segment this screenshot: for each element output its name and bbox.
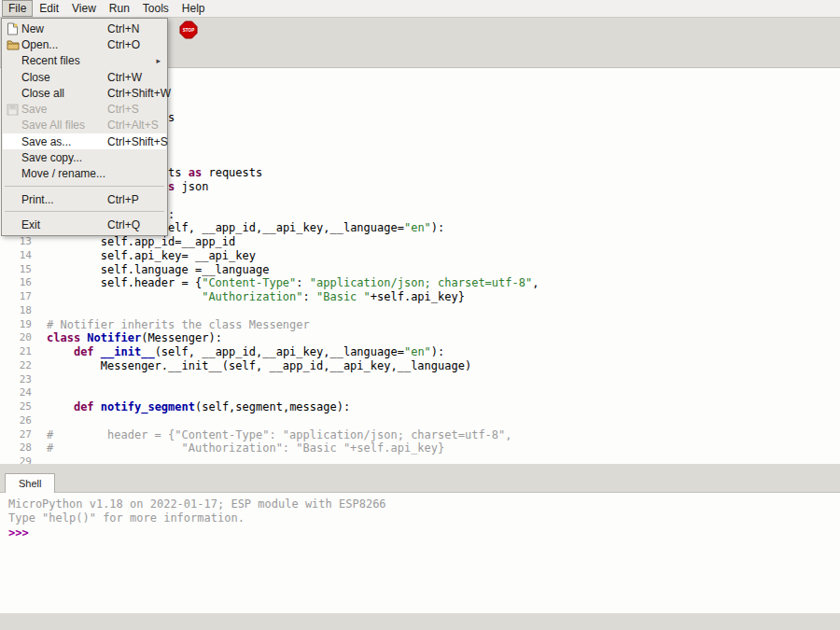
line-number: 24 xyxy=(0,386,32,400)
menu-item-shortcut: Ctrl+Q xyxy=(107,218,140,231)
menu-item-label: Move / rename... xyxy=(21,167,105,180)
code-line[interactable] xyxy=(47,304,539,318)
line-number: 26 xyxy=(0,414,32,428)
code-line[interactable]: # Notifier inherits the class Messenger xyxy=(47,318,539,332)
file-menu-item-close-all[interactable]: Close allCtrl+Shift+W xyxy=(3,85,166,101)
line-number: 21 xyxy=(0,345,32,359)
line-number: 15 xyxy=(0,263,32,277)
shell-output: MicroPython v1.18 on 2022-01-17; ESP mod… xyxy=(8,497,832,540)
code-line[interactable]: class Notifier(Messenger): xyxy=(47,331,539,345)
menu-item-label: New xyxy=(21,22,44,35)
open-folder-icon xyxy=(6,37,20,51)
save-icon xyxy=(6,103,20,117)
code-line[interactable]: # "Authorization": "Basic "+self.api_key… xyxy=(47,441,539,455)
menu-item-label: Print... xyxy=(21,193,54,206)
menubar: FileEditViewRunToolsHelp xyxy=(0,0,840,18)
code-line[interactable]: self.language =__language xyxy=(47,263,539,277)
menu-separator xyxy=(3,182,166,191)
shell-banner-line: Type "help()" for more information. xyxy=(8,511,832,525)
file-menu-item-save-copy[interactable]: Save copy... xyxy=(3,149,166,165)
menu-icon-blank xyxy=(6,119,20,133)
file-menu-item-save-as[interactable]: Save as...Ctrl+Shift+S xyxy=(3,133,166,149)
file-menu-item-new[interactable]: NewCtrl+N xyxy=(3,21,166,36)
file-menu-item-print[interactable]: Print...Ctrl+P xyxy=(3,191,166,207)
code-line[interactable]: Messenger.__init__(self, __app_id,__api_… xyxy=(47,359,539,373)
code-line[interactable]: # header = {"Content-Type": "application… xyxy=(47,428,539,442)
line-number: 14 xyxy=(0,249,32,263)
shell-banner-line: MicroPython v1.18 on 2022-01-17; ESP mod… xyxy=(8,497,832,511)
menubar-item-file[interactable]: File xyxy=(2,0,33,17)
code-line[interactable]: self.header = {"Content-Type": "applicat… xyxy=(47,276,539,290)
line-number: 18 xyxy=(0,304,32,318)
menu-item-shortcut: Ctrl+O xyxy=(107,38,140,51)
shell-panel[interactable]: MicroPython v1.18 on 2022-01-17; ESP mod… xyxy=(0,493,840,613)
menu-icon-blank xyxy=(6,151,20,165)
menu-separator xyxy=(3,207,166,217)
stop-icon: STOP xyxy=(179,21,198,39)
code-line[interactable] xyxy=(47,455,539,464)
menu-icon-blank xyxy=(6,70,20,84)
file-menu-item-exit[interactable]: ExitCtrl+Q xyxy=(3,217,166,232)
file-menu-item-close[interactable]: CloseCtrl+W xyxy=(3,69,166,85)
submenu-arrow-icon: ▸ xyxy=(156,56,161,65)
menu-item-label: Open... xyxy=(21,38,58,51)
menu-item-label: Close all xyxy=(21,87,64,100)
menu-item-label: Save as... xyxy=(21,135,71,148)
menu-item-shortcut: Ctrl+N xyxy=(107,22,139,35)
menu-item-shortcut: Ctrl+W xyxy=(107,71,142,84)
line-number: 27 xyxy=(0,428,32,442)
menubar-item-view[interactable]: View xyxy=(65,0,103,17)
menu-item-label: Save copy... xyxy=(21,151,82,164)
menu-icon-blank xyxy=(6,54,20,68)
menu-item-label: Save All files xyxy=(21,119,85,132)
menu-item-shortcut: Ctrl+Shift+S xyxy=(107,135,168,148)
code-line[interactable] xyxy=(47,386,539,400)
menu-icon-blank xyxy=(6,86,20,100)
menu-item-label: Close xyxy=(21,71,50,84)
menu-icon-blank xyxy=(6,192,20,206)
stop-button[interactable]: STOP xyxy=(178,21,199,41)
menu-item-shortcut: Ctrl+P xyxy=(107,193,139,206)
line-number: 25 xyxy=(0,400,32,414)
file-menu-item-move-rename[interactable]: Move / rename... xyxy=(3,166,166,182)
menu-item-label: Exit xyxy=(21,218,40,231)
shell-tabstrip: Shell xyxy=(0,471,840,493)
menu-icon-blank xyxy=(6,134,20,148)
line-number: 17 xyxy=(0,290,32,304)
code-line[interactable]: def __init__(self, __app_id,__api_key,__… xyxy=(47,345,539,359)
code-line[interactable]: self.app_id=__app_id xyxy=(47,235,539,249)
menu-icon-blank xyxy=(6,167,20,181)
menu-item-shortcut: Ctrl+Alt+S xyxy=(107,119,159,132)
line-number: 29 xyxy=(0,455,32,464)
line-number: 22 xyxy=(0,359,32,373)
line-number: 13 xyxy=(0,235,32,249)
file-menu-item-save-all-files: Save All filesCtrl+Alt+S xyxy=(3,118,166,133)
menu-item-shortcut: Ctrl+S xyxy=(107,103,139,116)
code-line[interactable]: self.api_key= __api_key xyxy=(47,249,539,263)
code-line[interactable]: def notify_segment(self,segment,message)… xyxy=(47,400,539,414)
new-file-icon xyxy=(6,21,20,35)
file-menu: NewCtrl+NOpen...Ctrl+ORecent files▸Close… xyxy=(1,18,168,236)
menubar-item-tools[interactable]: Tools xyxy=(136,0,175,17)
line-number: 20 xyxy=(0,331,32,345)
file-menu-item-open[interactable]: Open...Ctrl+O xyxy=(3,36,166,52)
file-menu-item-recent-files[interactable]: Recent files▸ xyxy=(3,53,166,69)
code-line[interactable]: "Authorization": "Basic "+self.api_key} xyxy=(47,290,539,304)
line-number: 28 xyxy=(0,441,32,455)
menubar-item-help[interactable]: Help xyxy=(175,0,212,17)
file-menu-item-save: SaveCtrl+S xyxy=(3,101,166,117)
line-number: 23 xyxy=(0,373,32,387)
svg-text:STOP: STOP xyxy=(183,28,194,33)
menubar-item-run[interactable]: Run xyxy=(103,0,136,17)
menu-item-label: Save xyxy=(21,103,47,116)
tab-shell[interactable]: Shell xyxy=(5,473,55,493)
code-line[interactable] xyxy=(47,373,539,387)
code-line[interactable] xyxy=(47,414,539,428)
menubar-item-edit[interactable]: Edit xyxy=(33,0,65,17)
line-number: 16 xyxy=(0,276,32,290)
shell-tab-label: Shell xyxy=(19,478,41,489)
menu-item-shortcut: Ctrl+Shift+W xyxy=(107,87,171,100)
menu-icon-blank xyxy=(6,217,20,231)
menu-item-label: Recent files xyxy=(21,54,80,67)
shell-prompt-line: >>> xyxy=(8,526,832,540)
